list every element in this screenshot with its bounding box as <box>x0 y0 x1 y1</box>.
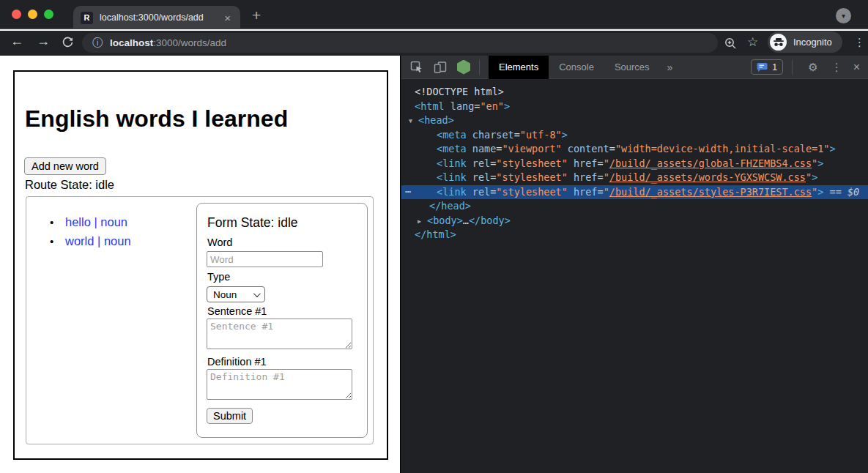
code-segment-val: " <box>604 157 609 169</box>
word-list-item: •world | noun <box>50 231 131 250</box>
site-info-icon[interactable]: ⓘ <box>92 37 103 50</box>
code-line[interactable]: ▶<body>…</body> <box>401 214 868 228</box>
url-path: :3000/words/add <box>153 37 226 48</box>
tab-sources[interactable]: Sources <box>604 56 660 79</box>
inspect-cursor-icon <box>410 61 423 74</box>
code-segment-attr: name <box>467 143 497 154</box>
new-tab-button[interactable]: + <box>252 7 261 24</box>
code-segment-plain: … <box>463 215 469 226</box>
toolbar-separator <box>792 60 793 75</box>
code-segment-val: "en" <box>480 100 504 112</box>
more-tabs-button[interactable]: » <box>660 62 680 73</box>
code-line[interactable]: </html> <box>401 228 868 242</box>
code-segment-link: /build/_assets/styles-P3R7IEST.css <box>609 186 812 198</box>
code-line[interactable]: <html lang="en"> <box>401 100 868 114</box>
code-segment-attr: href <box>568 186 598 198</box>
device-toolbar-icon <box>434 61 447 74</box>
code-line[interactable]: <meta charset="utf-8"> <box>401 128 868 143</box>
type-label: Type <box>207 271 230 283</box>
tab-close-icon[interactable]: × <box>222 12 233 23</box>
code-segment-tag: </body> <box>469 215 511 226</box>
device-toolbar-button[interactable] <box>434 61 447 74</box>
reload-icon <box>62 36 74 48</box>
words-list: •hello | noun•world | noun <box>50 212 131 250</box>
code-line[interactable]: ▼<head> <box>401 113 868 128</box>
type-select[interactable]: Noun <box>207 286 265 302</box>
word-list-item: •hello | noun <box>50 212 131 231</box>
code-segment-val: " <box>604 186 609 198</box>
incognito-label: Incognito <box>793 37 832 48</box>
tab-elements[interactable]: Elements <box>489 56 549 79</box>
code-segment-tag: </head> <box>429 200 471 212</box>
word-link[interactable]: hello | noun <box>65 215 127 229</box>
code-line[interactable]: <!DOCTYPE html> <box>401 85 868 100</box>
code-segment-attr: lang <box>445 100 475 112</box>
code-segment-tag: <meta <box>437 129 467 141</box>
code-segment-val: "utf-8" <box>520 129 562 141</box>
code-line[interactable]: <meta name="viewport" content="width=dev… <box>401 142 868 157</box>
code-line[interactable]: <link rel="stylesheet" href="/build/_ass… <box>401 157 868 171</box>
zoom-button[interactable] <box>724 37 737 53</box>
forward-button[interactable]: → <box>37 34 50 49</box>
code-segment-tag: <body> <box>427 215 463 226</box>
definition-textarea[interactable] <box>207 369 352 400</box>
word-input[interactable] <box>207 251 323 267</box>
code-segment-val: " <box>806 171 812 183</box>
code-segment-tag: <html <box>415 100 445 112</box>
extension-button[interactable] <box>457 60 470 75</box>
window-close-button[interactable] <box>12 10 21 19</box>
back-button[interactable]: ← <box>10 34 23 49</box>
tab-search-button[interactable]: ▾ <box>836 8 851 23</box>
issues-badge[interactable]: 1 <box>751 59 783 75</box>
window-minimize-button[interactable] <box>28 10 37 19</box>
code-segment-attr: content <box>562 143 609 154</box>
devtools-code-tree: <!DOCTYPE html><html lang="en">▼<head><m… <box>401 80 868 473</box>
browser-tab[interactable]: R localhost:3000/words/add × <box>73 6 240 29</box>
code-segment-tag: > <box>812 171 817 183</box>
line-actions-icon[interactable]: … <box>405 182 412 197</box>
code-segment-val: "stylesheet" <box>496 186 568 198</box>
code-line[interactable]: </head> <box>401 199 868 214</box>
address-bar[interactable]: ⓘ localhost :3000/words/add <box>82 33 718 53</box>
code-segment-val: " <box>604 171 609 183</box>
code-segment-val: "stylesheet" <box>496 157 568 169</box>
reload-button[interactable] <box>62 36 74 52</box>
inspect-element-button[interactable] <box>410 61 423 74</box>
code-segment-link: /build/_assets/global-FHZEMBS4.css <box>609 157 812 169</box>
code-line[interactable]: …<link rel="stylesheet" href="/build/_as… <box>401 185 868 200</box>
browser-titlebar: R localhost:3000/words/add × + ▾ <box>0 0 868 29</box>
window-zoom-button[interactable] <box>44 10 53 19</box>
code-segment-attr: rel <box>467 186 491 198</box>
form-state-text: Form State: idle <box>207 215 298 231</box>
code-segment-tag: <meta <box>437 143 467 154</box>
devtools-close-icon[interactable]: × <box>853 61 860 74</box>
settings-gear-icon[interactable]: ⚙ <box>808 61 817 74</box>
code-segment-tag: > <box>817 157 823 169</box>
code-segment-plain: <!DOCTYPE html> <box>415 86 504 97</box>
code-segment-anno: == $0 <box>823 186 859 198</box>
bullet-icon: • <box>50 216 65 228</box>
code-segment-tag: > <box>504 100 510 112</box>
magnifier-plus-icon <box>724 37 737 50</box>
code-line[interactable]: <link rel="stylesheet" href="/build/_ass… <box>401 171 868 185</box>
submit-button[interactable]: Submit <box>207 408 253 424</box>
tab-console[interactable]: Console <box>549 56 604 79</box>
sentence-textarea[interactable] <box>207 319 352 349</box>
code-segment-plain: = <box>597 186 603 198</box>
remix-favicon-icon: R <box>81 12 93 24</box>
code-segment-attr: rel <box>467 157 491 169</box>
word-label: Word <box>207 236 232 248</box>
type-select-value: Noun <box>213 289 237 300</box>
devtools-menu-icon[interactable]: ⋮ <box>831 61 842 74</box>
browser-menu-button[interactable]: ⋮ <box>854 36 865 49</box>
word-link[interactable]: world | noun <box>65 234 131 248</box>
expand-arrow-icon[interactable]: ▶ <box>418 215 427 229</box>
code-segment-attr: href <box>568 171 598 183</box>
bookmark-star-icon[interactable]: ☆ <box>747 34 758 50</box>
expand-arrow-icon[interactable]: ▼ <box>409 114 418 129</box>
code-segment-plain: = <box>597 157 603 169</box>
code-segment-tag: <head> <box>418 114 454 126</box>
page-content: English words I learned Add new word Rou… <box>0 56 400 473</box>
code-segment-tag: <link <box>437 157 467 169</box>
add-new-word-button[interactable]: Add new word <box>24 157 106 175</box>
